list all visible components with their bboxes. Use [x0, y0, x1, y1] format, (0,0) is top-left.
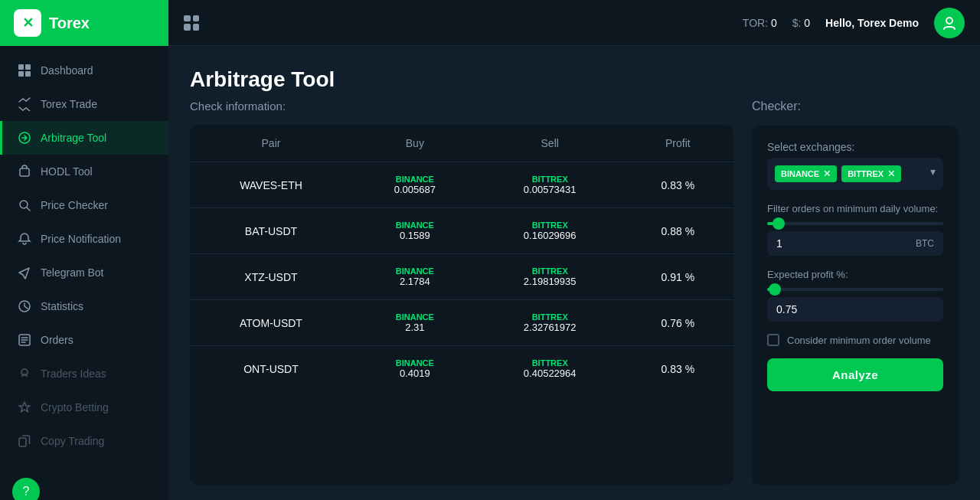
volume-value: 1 — [776, 237, 782, 250]
col-sell: Sell — [478, 125, 622, 162]
user-avatar[interactable] — [934, 8, 965, 38]
volume-unit: BTC — [916, 238, 934, 249]
hodl-icon — [18, 165, 31, 178]
sell-exchange: BITTREX — [493, 221, 607, 230]
remove-bittrex[interactable]: ✕ — [887, 168, 895, 179]
pair-name: BAT-USDT — [245, 225, 297, 237]
sidebar-item-hodl-tool[interactable]: HODL Tool — [0, 155, 168, 188]
profit-slider-thumb[interactable] — [769, 283, 781, 296]
telegram-icon — [18, 266, 31, 279]
sidebar-item-price-checker[interactable]: Price Checker — [0, 188, 168, 222]
check-info-label: Check information: — [190, 100, 733, 113]
svg-rect-10 — [19, 438, 26, 446]
buy-price: 2.1784 — [368, 276, 462, 287]
expected-profit-label: Expected profit %: — [767, 268, 943, 282]
consider-min-order-label: Consider minimum order volume — [787, 335, 931, 346]
content-area: Arbitrage Tool Check information: Pair B… — [168, 46, 980, 500]
sidebar-item-torex-trade[interactable]: Torex Trade — [0, 87, 168, 121]
pair-name: XTZ-USDT — [244, 271, 297, 283]
table-row: XTZ-USDT BINANCE 2.1784 BITTREX 2.198199… — [190, 254, 733, 300]
crypto-betting-icon — [18, 400, 31, 414]
svg-rect-2 — [18, 71, 24, 77]
sidebar-item-copy-trading[interactable]: Copy Trading — [0, 424, 168, 458]
buy-exchange: BINANCE — [368, 358, 462, 368]
profit-input-row: 0.75 — [767, 297, 943, 322]
sidebar-item-label: HODL Tool — [41, 165, 93, 178]
volume-slider[interactable] — [767, 222, 943, 225]
remove-binance[interactable]: ✕ — [823, 168, 831, 179]
buy-price: 2.31 — [368, 322, 462, 333]
sell-price: 2.32761972 — [493, 322, 607, 333]
sell-price: 0.00573431 — [493, 184, 607, 195]
checker-title: Checker: — [752, 100, 959, 113]
analyze-button[interactable]: Analyze — [767, 358, 943, 391]
buy-exchange: BINANCE — [368, 312, 462, 322]
sidebar-logo: ✕ Torex — [0, 0, 168, 46]
tor-balance: TOR: 0 — [743, 17, 777, 29]
sell-price: 0.16029696 — [493, 230, 607, 241]
select-exchanges-label: Select exchanges: — [767, 141, 943, 153]
profit-slider[interactable] — [767, 288, 943, 291]
grid-menu-icon[interactable] — [184, 15, 199, 31]
sidebar-item-price-notification[interactable]: Price Notification — [0, 222, 168, 256]
sidebar-item-traders-ideas[interactable]: Traders Ideas — [0, 357, 168, 391]
arbitrage-table: Pair Buy Sell Profit WAVES-ETH BINANCE 0… — [190, 125, 733, 391]
svg-rect-3 — [25, 71, 31, 77]
consider-min-order-checkbox[interactable] — [767, 334, 779, 346]
arbitrage-table-panel: Pair Buy Sell Profit WAVES-ETH BINANCE 0… — [190, 125, 733, 485]
trade-icon — [18, 97, 31, 111]
traders-ideas-icon — [18, 367, 31, 381]
checker-box: Select exchanges: BINANCE ✕ BITTREX ✕ ▾ — [752, 126, 959, 485]
exchange-tag-bittrex[interactable]: BITTREX ✕ — [841, 165, 901, 182]
profit-value: 0.75 — [776, 303, 797, 315]
sell-exchange: BITTREX — [493, 312, 607, 322]
sidebar-item-arbitrage-tool[interactable]: Arbitrage Tool — [0, 121, 168, 155]
dropdown-arrow-icon[interactable]: ▾ — [930, 165, 936, 178]
sidebar-item-label: Copy Trading — [41, 435, 104, 447]
notification-icon — [18, 232, 31, 246]
table-row: ATOM-USDT BINANCE 2.31 BITTREX 2.3276197… — [190, 300, 733, 346]
table-row: ONT-USDT BINANCE 0.4019 BITTREX 0.405229… — [190, 346, 733, 392]
filter-volume-section: Filter orders on minimum daily volume: 1… — [767, 202, 943, 256]
buy-price: 0.1589 — [368, 230, 462, 241]
slider-thumb[interactable] — [773, 217, 785, 230]
sidebar-item-label: Orders — [41, 334, 74, 346]
col-profit: Profit — [622, 125, 733, 162]
svg-rect-5 — [20, 168, 29, 176]
dollar-balance: $: 0 — [792, 17, 810, 29]
sell-exchange: BITTREX — [493, 266, 607, 276]
user-greeting: Hello, Torex Demo — [825, 17, 919, 29]
sidebar-item-label: Statistics — [41, 300, 83, 312]
page-title: Arbitrage Tool — [190, 67, 959, 92]
sidebar-item-crypto-betting[interactable]: Crypto Betting — [0, 391, 168, 424]
orders-icon — [18, 333, 31, 347]
logo-text: Torex — [49, 15, 90, 32]
sidebar-item-label: Price Notification — [41, 233, 121, 245]
support-button[interactable]: ? — [12, 478, 40, 500]
sidebar-item-telegram-bot[interactable]: Telegram Bot — [0, 256, 168, 289]
pair-name: WAVES-ETH — [240, 179, 302, 191]
profit-slider-track — [767, 288, 943, 291]
col-pair: Pair — [190, 125, 352, 162]
pair-name: ATOM-USDT — [240, 317, 302, 329]
sidebar-item-dashboard[interactable]: Dashboard — [0, 54, 168, 87]
sidebar: ✕ Torex Dashboard Torex Trade — [0, 0, 168, 500]
arbitrage-icon — [18, 131, 31, 145]
topbar-right: TOR: 0 $: 0 Hello, Torex Demo — [743, 8, 965, 38]
buy-exchange: BINANCE — [368, 266, 462, 276]
select-exchanges-section: Select exchanges: BINANCE ✕ BITTREX ✕ ▾ — [767, 141, 943, 190]
sidebar-item-label: Price Checker — [41, 199, 108, 211]
filter-volume-label: Filter orders on minimum daily volume: — [767, 202, 943, 216]
sidebar-item-label: Crypto Betting — [41, 401, 109, 413]
sidebar-item-statistics[interactable]: Statistics — [0, 289, 168, 323]
sell-exchange: BITTREX — [493, 175, 607, 184]
exchange-select-dropdown[interactable]: BINANCE ✕ BITTREX ✕ ▾ — [767, 158, 943, 190]
checker-panel: Checker: Select exchanges: BINANCE ✕ BIT… — [752, 100, 959, 485]
sidebar-nav: Dashboard Torex Trade Arbitrage Tool — [0, 46, 168, 466]
sidebar-item-label: Dashboard — [41, 64, 93, 77]
exchange-tag-binance[interactable]: BINANCE ✕ — [775, 165, 837, 182]
price-checker-icon — [18, 198, 31, 212]
sidebar-item-orders[interactable]: Orders — [0, 323, 168, 357]
dashboard-icon — [18, 64, 31, 77]
sidebar-support: ? — [0, 466, 168, 500]
